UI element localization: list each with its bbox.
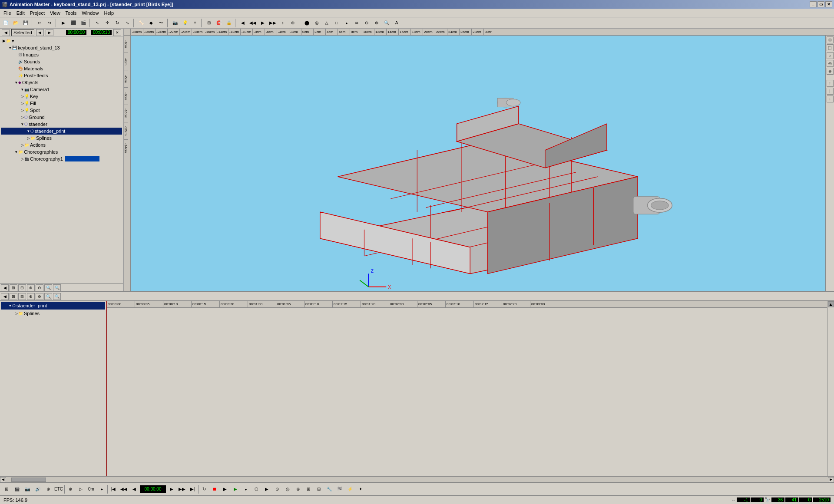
pb-btn-10[interactable]: ▸ bbox=[97, 484, 106, 494]
transport-back[interactable]: ◀ bbox=[129, 484, 139, 494]
render-all[interactable]: 🎬 bbox=[79, 18, 88, 28]
timeline-content[interactable]: 00:00:00 00:00:05 00:00:10 00:00:15 00:0… bbox=[106, 301, 827, 476]
redo-btn[interactable]: ↪ bbox=[45, 18, 54, 28]
timeline-hscroll[interactable]: ◀ ▶ bbox=[0, 476, 834, 482]
play-realtime[interactable]: ▶ bbox=[220, 484, 230, 494]
bone-btn[interactable]: 🦴 bbox=[136, 18, 146, 28]
lock-btn[interactable]: 🔒 bbox=[224, 18, 234, 28]
play-9[interactable]: ⊟ bbox=[314, 484, 324, 494]
tree-item-keyboard-stand[interactable]: ▾ 💾 keyboard_stand_13 bbox=[1, 44, 122, 51]
light-btn[interactable]: 💡 bbox=[180, 18, 190, 28]
bt1[interactable]: ◀ bbox=[1, 293, 9, 300]
bt2[interactable]: ⊞ bbox=[10, 293, 17, 300]
pb-btn-6[interactable]: ETC bbox=[54, 484, 63, 494]
new-btn[interactable]: 📄 bbox=[1, 18, 10, 28]
t2[interactable]: ◀◀ bbox=[248, 18, 258, 28]
pb-btn-1[interactable]: ⊞ bbox=[2, 484, 11, 494]
p3[interactable]: △ bbox=[322, 18, 331, 28]
p7[interactable]: ⊙ bbox=[362, 18, 371, 28]
view-btn-1[interactable]: ⊞ bbox=[827, 36, 834, 43]
transport-fwd[interactable]: ▶▶ bbox=[177, 484, 187, 494]
restore-button[interactable]: ▭ bbox=[817, 1, 824, 7]
window-controls[interactable]: _ ▭ ✕ bbox=[810, 1, 832, 7]
tree-item-posteffects[interactable]: ✨ PostEffects bbox=[1, 72, 122, 79]
render-preview[interactable]: ⬛ bbox=[69, 18, 78, 28]
grid-btn[interactable]: ⊞ bbox=[204, 18, 214, 28]
p5[interactable]: ⬥ bbox=[342, 18, 351, 28]
save-btn[interactable]: 💾 bbox=[21, 18, 30, 28]
spline-btn[interactable]: 〜 bbox=[156, 18, 166, 28]
t3[interactable]: ▶ bbox=[258, 18, 268, 28]
bt7[interactable]: 🔍 bbox=[53, 293, 61, 300]
tree-item-fill[interactable]: ▷ 💡 Fill bbox=[1, 100, 122, 107]
rotate-btn[interactable]: ↻ bbox=[113, 18, 122, 28]
tree-ctrl-6[interactable]: 🔍 bbox=[44, 284, 52, 291]
p1[interactable]: ⬤ bbox=[302, 18, 311, 28]
hscroll-thumb[interactable] bbox=[11, 478, 46, 482]
close-panel-btn[interactable]: ✕ bbox=[113, 29, 121, 36]
viewport[interactable]: -28cm -26cm -24cm -22cm -20cm -18cm -16c… bbox=[124, 29, 834, 291]
pb-btn-7[interactable]: ⊕ bbox=[66, 484, 75, 494]
render-btn[interactable]: ▶ bbox=[59, 18, 68, 28]
tree-item-materials[interactable]: 🎨 Materials bbox=[1, 65, 122, 72]
play-8[interactable]: ⊞ bbox=[304, 484, 313, 494]
menu-help[interactable]: Help bbox=[101, 10, 116, 16]
nav-prev-btn[interactable]: ◀ bbox=[36, 29, 44, 36]
open-btn[interactable]: 📂 bbox=[11, 18, 20, 28]
tree-ctrl-3[interactable]: ⊟ bbox=[18, 284, 26, 291]
nav-next-btn[interactable]: ▶ bbox=[46, 29, 53, 36]
minimize-button[interactable]: _ bbox=[810, 1, 817, 7]
p6[interactable]: ≋ bbox=[352, 18, 361, 28]
play-10[interactable]: 🔧 bbox=[324, 484, 334, 494]
transport-end[interactable]: ▶| bbox=[188, 484, 197, 494]
tree-item-images[interactable]: 🖼 Images bbox=[1, 51, 122, 58]
play-4[interactable]: ▶ bbox=[262, 484, 271, 494]
menu-tools[interactable]: Tools bbox=[63, 10, 79, 16]
p9[interactable]: 🔍 bbox=[382, 18, 391, 28]
p8[interactable]: ⊚ bbox=[372, 18, 381, 28]
scale-btn[interactable]: ⤡ bbox=[122, 18, 132, 28]
play-12[interactable]: ⚡ bbox=[345, 484, 355, 494]
view-btn-5[interactable]: ⊕ bbox=[827, 68, 834, 75]
play-13[interactable]: ✦ bbox=[356, 484, 365, 494]
transport-start[interactable]: |◀ bbox=[109, 484, 118, 494]
view-btn-3[interactable]: ○ bbox=[827, 52, 834, 59]
tree-item-actions[interactable]: ▷ 📁 Actions bbox=[1, 142, 122, 148]
timeline-tracks[interactable] bbox=[106, 308, 827, 476]
view-btn-6[interactable]: ↑ bbox=[827, 80, 834, 87]
pb-btn-2[interactable]: 🎬 bbox=[12, 484, 22, 494]
tree-item-staender-print[interactable]: ▾ ⬡ staender_print bbox=[1, 128, 122, 135]
tree-ctrl-5[interactable]: ⊖ bbox=[36, 284, 43, 291]
pb-btn-3[interactable]: 📷 bbox=[23, 484, 32, 494]
bt3[interactable]: ⊟ bbox=[18, 293, 26, 300]
bt4[interactable]: ⊕ bbox=[27, 293, 35, 300]
undo-btn[interactable]: ↩ bbox=[35, 18, 44, 28]
tree-item-camera1[interactable]: ▾ 📷 Camera1 bbox=[1, 86, 122, 93]
vscroll-thumb[interactable]: ▲ bbox=[828, 301, 834, 307]
bt5[interactable]: ⊖ bbox=[36, 293, 43, 300]
p2[interactable]: ◎ bbox=[312, 18, 321, 28]
tree-ctrl-7[interactable]: 🔍 bbox=[53, 284, 61, 291]
pb-btn-4[interactable]: 🔊 bbox=[33, 484, 43, 494]
panel-expand-btn[interactable]: ◀ bbox=[2, 29, 10, 36]
play-stop[interactable]: ⏹ bbox=[210, 484, 219, 494]
tree-item-spot[interactable]: ▷ 💡 Spot bbox=[1, 107, 122, 114]
t4[interactable]: ▶▶ bbox=[268, 18, 278, 28]
tree-item-choreography1[interactable]: ▷ 🎬 Choreography1 bbox=[1, 155, 122, 162]
play-green[interactable]: ▶ bbox=[231, 484, 240, 494]
tree-item-key[interactable]: ▷ 💡 Key bbox=[1, 93, 122, 100]
play-loop[interactable]: ↻ bbox=[199, 484, 209, 494]
play-11[interactable]: 🏁 bbox=[335, 484, 344, 494]
select-btn[interactable]: ↖ bbox=[93, 18, 102, 28]
play-7[interactable]: ⊛ bbox=[293, 484, 303, 494]
menu-edit[interactable]: Edit bbox=[14, 10, 27, 16]
close-button[interactable]: ✕ bbox=[825, 1, 832, 7]
menu-file[interactable]: File bbox=[1, 10, 14, 16]
hscroll-right[interactable]: ▶ bbox=[828, 477, 834, 482]
transport-prev[interactable]: ◀◀ bbox=[119, 484, 129, 494]
tl-tree-item-staender-print[interactable]: ▾ ⬡ staender_print bbox=[1, 302, 105, 310]
tree-root-expand[interactable]: ▶ 📁 ▾ bbox=[1, 37, 122, 44]
tree-ctrl-4[interactable]: ⊕ bbox=[27, 284, 35, 291]
hscroll-left[interactable]: ◀ bbox=[0, 477, 6, 482]
move-btn[interactable]: ✛ bbox=[103, 18, 112, 28]
